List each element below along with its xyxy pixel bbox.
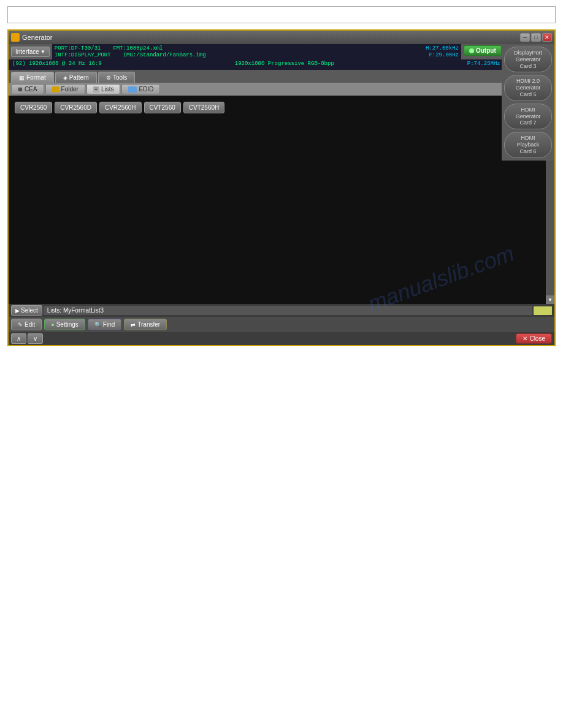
main-area: ▦ Format ◈ Pattern ⚙ Tools ▦ CEA [9, 70, 554, 345]
cvt2560h-label: CVT2560H [189, 104, 219, 111]
sub-tab-edid[interactable]: EDID [121, 84, 160, 94]
cvr2560d-label: CVR2560D [60, 104, 91, 111]
output-button[interactable]: Output [464, 45, 502, 56]
port-info: PORT:DP-T30/31 [55, 45, 101, 51]
hdmi-gen-card-label: HDMIGeneratorCard 7 [516, 107, 541, 126]
folder-label: Folder [61, 86, 79, 93]
format-tab-icon: ▦ [19, 75, 25, 81]
transfer-icon: ⇄ [131, 322, 136, 328]
nav-down-button[interactable]: ∨ [28, 333, 43, 344]
edit-icon: ✎ [18, 322, 23, 328]
format-btn-cvr2560h[interactable]: CVR2560H [99, 102, 142, 113]
p-rate-info: P:74.25MHz [467, 61, 500, 67]
find-icon: 🔍 [94, 322, 101, 328]
edid-icon [128, 86, 137, 93]
displayport-card-button[interactable]: DisplayPortGeneratorCard 3 [504, 47, 552, 72]
sub-tab-folder[interactable]: Folder [45, 84, 85, 94]
arrow-highlight [534, 306, 552, 315]
list-area: CVR2560 CVR2560D CVR2560H CVT2560 CVT256… [9, 96, 554, 304]
output-indicator [469, 48, 474, 53]
format-tab-label: Format [26, 74, 46, 81]
maximize-button[interactable]: □ [531, 33, 541, 42]
transfer-label: Transfer [137, 321, 160, 328]
lists-name-label: Lists: MyFormatList3 [44, 306, 532, 315]
res-detail-info: 1920x1080 Progressive RGB-8bpp [235, 61, 334, 67]
cvt2560-label: CVT2560 [150, 104, 175, 111]
format-buttons-row: CVR2560 CVR2560D CVR2560H CVT2560 CVT256… [12, 99, 551, 116]
img-info: IMG:/Standard/FanBars.img [123, 52, 206, 58]
cvr2560-label: CVR2560 [20, 104, 47, 111]
select-icon: ▶ [15, 308, 20, 314]
tab-pattern[interactable]: ◈ Pattern [55, 72, 97, 83]
interface-label: Interface [15, 48, 39, 55]
select-label: Select [21, 307, 38, 314]
edit-button[interactable]: ✎ Edit [11, 319, 42, 330]
window-title: Generator [22, 34, 53, 41]
tools-tab-label: Tools [113, 74, 127, 81]
v-rate-info: F:29.00Hz [429, 52, 459, 58]
info-bar: PORT:DP-T30/31 FMT:1080p24.xml H:27.00kH… [52, 44, 461, 59]
cea-icon: ▦ [18, 86, 23, 92]
hdmi-playback-card-button[interactable]: HDMIPlaybackCard 6 [504, 132, 552, 157]
close-button[interactable]: ✕ Close [516, 333, 552, 344]
settings-icon: ● [51, 322, 54, 328]
pattern-tab-label: Pattern [69, 74, 89, 81]
close-bar: ∧ ∨ ✕ Close [9, 332, 554, 345]
pattern-tab-icon: ◈ [63, 75, 67, 81]
edid-label: EDID [139, 86, 153, 93]
hdmi-gen-card-button[interactable]: HDMIGeneratorCard 7 [504, 104, 552, 129]
action-bar: ✎ Edit ● Settings 🔍 Find ⇄ Transfer [9, 317, 554, 332]
resolution-info: (92) 1920x1080 @ 24 Hz 16:9 [12, 61, 102, 67]
header-area: Interface ▼ PORT:DP-T30/31 FMT:1080p24.x… [9, 44, 554, 70]
output-label: Output [476, 47, 496, 54]
sub-tab-cea[interactable]: ▦ CEA [11, 84, 44, 94]
title-bar-left: Generator [11, 33, 53, 42]
cvr2560h-label: CVR2560H [105, 104, 136, 111]
settings-button[interactable]: ● Settings [44, 319, 85, 330]
displayport-card-label: DisplayPortGeneratorCard 3 [514, 50, 542, 69]
close-window-button[interactable]: ✕ [542, 33, 552, 42]
select-button[interactable]: ▶ Select [11, 305, 42, 316]
minimize-button[interactable]: ─ [520, 33, 530, 42]
top-bar [7, 6, 556, 23]
format-btn-cvt2560h[interactable]: CVT2560H [183, 102, 224, 113]
format-btn-cvt2560[interactable]: CVT2560 [144, 102, 181, 113]
close-x-icon: ✕ [523, 335, 527, 342]
tools-tab-icon: ⚙ [106, 75, 111, 81]
fmt-info: FMT:1080p24.xml [113, 45, 163, 51]
bottom-bar: ▶ Select Lists: MyFormatList3 [9, 304, 554, 317]
interface-dropdown-icon: ▼ [40, 49, 45, 55]
window-controls: ─ □ ✕ [520, 33, 552, 42]
tab-bar: ▦ Format ◈ Pattern ⚙ Tools [9, 70, 554, 83]
edit-label: Edit [25, 321, 35, 328]
generator-icon [11, 33, 20, 42]
hdmi20-card-label: HDMI 2.0GeneratorCard 5 [516, 78, 541, 97]
transfer-button[interactable]: ⇄ Transfer [124, 319, 167, 330]
intf-info: INTF:DISPLAY_PORT [55, 52, 111, 58]
find-label: Find [103, 321, 115, 328]
tab-format[interactable]: ▦ Format [11, 72, 54, 83]
settings-label: Settings [56, 321, 79, 328]
content-panel: ▦ Format ◈ Pattern ⚙ Tools ▦ CEA [9, 70, 554, 345]
folder-icon [52, 86, 59, 93]
hdmi20-card-button[interactable]: HDMI 2.0GeneratorCard 5 [504, 75, 552, 100]
scroll-down-button[interactable]: ▼ [546, 295, 554, 304]
format-btn-cvr2560d[interactable]: CVR2560D [55, 102, 97, 113]
generator-window: Generator ─ □ ✕ Interface ▼ PORT:DP-T30/… [7, 29, 556, 346]
title-bar: Generator ─ □ ✕ [9, 31, 554, 44]
cea-label: CEA [25, 86, 37, 93]
close-label: Close [529, 335, 545, 342]
tab-tools[interactable]: ⚙ Tools [98, 72, 135, 83]
interface-button[interactable]: Interface ▼ [11, 47, 50, 57]
format-btn-cvr2560[interactable]: CVR2560 [15, 102, 52, 113]
find-button[interactable]: 🔍 Find [88, 319, 121, 330]
lists-icon: ≡ [93, 86, 99, 93]
nav-buttons: ∧ ∨ [11, 333, 43, 344]
sub-tab-bar: ▦ CEA Folder ≡ Lists EDID [9, 83, 554, 96]
nav-up-button[interactable]: ∧ [11, 333, 26, 344]
right-panel: DisplayPortGeneratorCard 3 HDMI 2.0Gener… [502, 44, 554, 161]
lists-label: Lists [101, 86, 114, 93]
sub-tab-lists[interactable]: ≡ Lists [86, 84, 121, 94]
hdmi-playback-card-label: HDMIPlaybackCard 6 [517, 135, 540, 154]
h-rate-info: H:27.00kHz [426, 45, 459, 51]
